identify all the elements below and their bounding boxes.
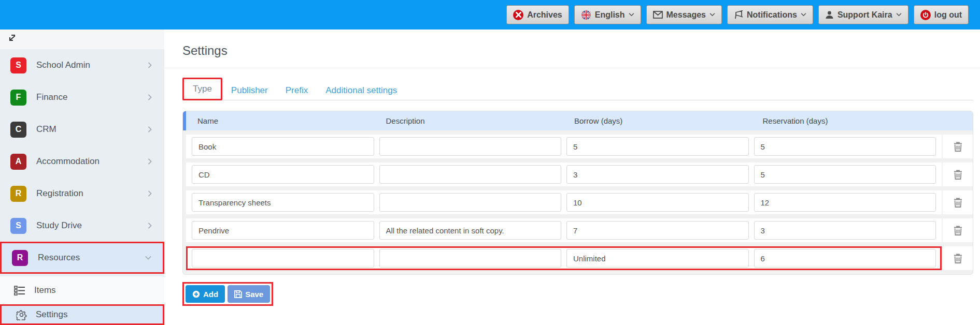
table-row: [183, 218, 973, 242]
sidebar-item-settings[interactable]: Settings: [0, 304, 164, 325]
user-menu-button[interactable]: Support Kaira: [818, 5, 908, 24]
name-input[interactable]: [192, 193, 374, 212]
add-button[interactable]: Add: [186, 285, 225, 303]
description-input[interactable]: [379, 249, 562, 268]
trash-icon: [954, 226, 962, 235]
delete-row-button[interactable]: [943, 135, 973, 158]
description-input[interactable]: [379, 193, 562, 212]
sidebar-item-label: Study Drive: [36, 220, 147, 231]
logout-label: log out: [934, 10, 962, 20]
megaphone-icon: [734, 10, 743, 19]
delete-row-button[interactable]: [943, 218, 973, 242]
reservation-days-input[interactable]: [754, 193, 936, 212]
finance-badge: F: [10, 90, 26, 106]
name-input[interactable]: [192, 221, 374, 240]
trash-icon: [954, 198, 962, 208]
crm-badge: C: [10, 122, 26, 138]
sidebar-item-label: Resources: [38, 253, 145, 263]
column-header-name: Name: [186, 116, 375, 125]
sidebar-item-school-admin[interactable]: S School Admin: [0, 49, 164, 81]
trash-icon: [954, 170, 962, 180]
power-icon: [920, 10, 931, 20]
borrow-days-input[interactable]: [566, 221, 749, 240]
actions-annotation-box: Add Save: [182, 282, 273, 306]
borrow-days-input[interactable]: [566, 165, 749, 184]
delete-row-button[interactable]: [943, 190, 973, 214]
study-drive-badge: S: [10, 218, 26, 234]
chevron-right-icon: [147, 94, 153, 100]
column-header-description: Description: [375, 116, 563, 125]
save-icon: [234, 290, 242, 298]
chevron-right-icon: [147, 158, 153, 165]
chevron-right-icon: [147, 190, 153, 197]
delete-row-button[interactable]: [943, 163, 973, 186]
envelope-icon: [653, 11, 663, 19]
description-input[interactable]: [379, 137, 562, 156]
borrow-days-input[interactable]: [566, 249, 749, 268]
user-menu-label: Support Kaira: [837, 10, 892, 20]
column-header-reservation: Reservation (days): [751, 116, 940, 125]
sidebar-item-crm[interactable]: C CRM: [0, 113, 164, 145]
chevron-down-icon: [145, 255, 151, 261]
sidebar-item-finance[interactable]: F Finance: [0, 81, 164, 113]
chevron-right-icon: [147, 126, 153, 132]
tab-prefix[interactable]: Prefix: [277, 81, 317, 100]
sidebar-item-items[interactable]: Items: [0, 276, 164, 304]
tab-publisher[interactable]: Publisher: [222, 81, 277, 100]
sidebar-item-study-drive[interactable]: S Study Drive: [0, 210, 164, 242]
language-label: English: [595, 10, 625, 20]
notifications-label: Notifications: [747, 10, 797, 20]
archives-label: Archives: [527, 10, 562, 20]
description-input[interactable]: [379, 221, 562, 240]
reservation-days-input[interactable]: [754, 137, 936, 156]
table-row: [183, 163, 973, 186]
chevron-right-icon: [147, 62, 153, 68]
sidebar-item-label: Finance: [36, 92, 147, 102]
reservation-days-input[interactable]: [754, 249, 936, 268]
language-button[interactable]: English: [574, 5, 641, 24]
trash-icon: [954, 254, 962, 263]
page-title: Settings: [182, 29, 973, 68]
sidebar-item-registration[interactable]: R Registration: [0, 178, 164, 210]
collapse-sidebar-icon[interactable]: [7, 35, 16, 45]
borrow-days-input[interactable]: [566, 193, 749, 212]
sidebar: S School Admin F Finance C CRM A Accommo: [0, 29, 164, 325]
sidebar-item-label: Registration: [36, 188, 147, 199]
chevron-right-icon: [147, 223, 153, 229]
tab-additional-settings[interactable]: Additional settings: [317, 81, 406, 100]
add-button-label: Add: [203, 290, 218, 299]
resources-badge: R: [12, 250, 28, 266]
logout-button[interactable]: log out: [914, 5, 969, 24]
user-icon: [825, 10, 834, 19]
topbar: Archives English Messages: [0, 0, 980, 29]
save-button[interactable]: Save: [228, 285, 270, 303]
name-input[interactable]: [192, 249, 374, 268]
table-header-row: Name Description Borrow (days) Reservati…: [183, 111, 973, 130]
topbar-buttons: Archives English Messages: [506, 5, 969, 24]
archives-button[interactable]: Archives: [506, 5, 569, 24]
notifications-button[interactable]: Notifications: [727, 5, 813, 24]
main-content: Settings Type Publisher Prefix Additiona…: [164, 29, 980, 325]
sidebar-item-accommodation[interactable]: A Accommodation: [0, 145, 164, 178]
name-input[interactable]: [192, 165, 374, 184]
sidebar-item-resources[interactable]: R Resources: [0, 242, 164, 274]
accommodation-badge: A: [10, 154, 26, 170]
chevron-down-icon: [896, 13, 902, 17]
sidebar-item-label: School Admin: [36, 60, 147, 70]
sidebar-item-label: Items: [34, 285, 157, 296]
delete-row-button[interactable]: [943, 246, 973, 270]
sidebar-item-label: CRM: [36, 124, 147, 135]
sidebar-item-label: Accommodation: [36, 156, 147, 167]
reservation-days-input[interactable]: [754, 221, 936, 240]
tab-bar: Type Publisher Prefix Additional setting…: [182, 78, 973, 100]
description-input[interactable]: [379, 165, 562, 184]
borrow-days-input[interactable]: [566, 137, 749, 156]
reservation-days-input[interactable]: [754, 165, 936, 184]
tab-type[interactable]: Type: [182, 78, 222, 100]
gear-icon: [15, 309, 27, 320]
uk-flag-icon: [581, 10, 591, 20]
chevron-down-icon: [801, 13, 806, 17]
messages-button[interactable]: Messages: [646, 5, 722, 24]
name-input[interactable]: [192, 137, 374, 156]
table-row-new: [183, 246, 973, 270]
